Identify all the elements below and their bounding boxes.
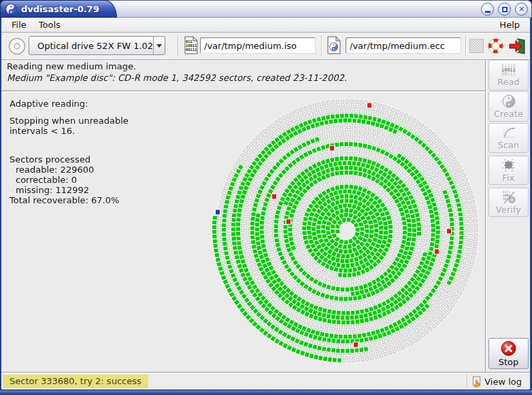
menu-tools[interactable]: Tools	[33, 19, 67, 31]
create-button: Create	[488, 91, 529, 122]
read-button: 01110 10011 00111 Read	[488, 60, 529, 90]
status-line-action: Reading new medium image.	[7, 61, 136, 71]
reading-mode-label: Adaptive reading:	[10, 99, 129, 109]
view-log-button[interactable]: View log	[471, 375, 522, 388]
maximize-icon	[502, 7, 508, 12]
maximize-button[interactable]	[498, 3, 511, 16]
main-area: Reading new medium image. Medium "Exampl…	[1, 60, 530, 372]
window-controls: ✕	[481, 3, 528, 16]
minimize-button[interactable]	[481, 3, 494, 16]
window-title: dvdisaster-0.79	[21, 4, 99, 14]
toolbar: Optical drive 52X FW 1.02 011 10011 0011…	[1, 33, 530, 60]
info-panel: Adaptive reading: Stopping when unreadab…	[10, 99, 129, 205]
create-yinyang-icon	[502, 95, 516, 108]
preferences-icon	[469, 39, 484, 53]
verify-button: 0111 1001 0011 Verify	[488, 188, 529, 217]
sectors-missing: missing: 112992	[10, 185, 129, 195]
toolbar-separator	[465, 35, 467, 56]
scan-curve-icon	[501, 126, 516, 139]
view-log-label: View log	[484, 377, 522, 387]
stop-criterion-line2: intervals < 16.	[10, 126, 129, 136]
close-button[interactable]: ✕	[515, 3, 528, 16]
menu-help[interactable]: Help	[493, 19, 526, 31]
drive-select[interactable]: Optical drive 52X FW 1.02	[29, 36, 165, 55]
stop-label: Stop	[499, 357, 519, 367]
menu-file[interactable]: File	[5, 19, 33, 31]
close-icon: ✕	[518, 5, 525, 13]
statusbar-separator	[467, 374, 468, 388]
view-log-icon	[471, 376, 482, 388]
drive-icon	[8, 37, 26, 55]
header-separator	[1, 90, 485, 92]
status-message: Sector 333680, try 2: success	[3, 375, 148, 388]
chevron-down-icon	[153, 37, 165, 54]
stop-icon	[501, 341, 516, 356]
verify-compare-icon: 0111 1001 0011	[501, 190, 516, 204]
menubar: File Tools Help	[1, 18, 530, 33]
fix-label: Fix	[503, 173, 515, 183]
sectors-correctable: correctable: 0	[10, 175, 129, 185]
app-icon	[5, 3, 17, 15]
title-tab: dvdisaster-0.79	[0, 0, 117, 18]
drive-select-value: Optical drive 52X FW 1.02	[29, 41, 153, 51]
sidebar-separator	[485, 60, 486, 372]
read-icon: 01110 10011 00111	[501, 64, 516, 76]
iso-path-input[interactable]	[200, 37, 316, 54]
iso-file-icon: 011 10011 00111	[184, 36, 199, 55]
stop-criterion-line1: Stopping when unreadable	[10, 116, 129, 126]
fix-puzzle-icon	[501, 158, 516, 172]
status-line-medium: Medium "Example disc": CD-R mode 1, 3425…	[7, 73, 347, 83]
verify-label: Verify	[496, 205, 521, 215]
svg-text:00111: 00111	[186, 48, 197, 52]
ecc-file-icon	[327, 36, 342, 55]
window-border-bottom	[0, 390, 532, 395]
sectors-readable: readable: 229600	[10, 165, 129, 175]
read-label: Read	[497, 77, 520, 87]
window-border-left	[0, 18, 1, 390]
scan-label: Scan	[498, 140, 520, 150]
statusbar: Sector 333680, try 2: success View log	[1, 372, 530, 390]
toolbar-separator	[321, 35, 322, 56]
quit-icon[interactable]	[508, 37, 526, 55]
stop-button[interactable]: Stop	[488, 338, 529, 369]
sectors-title: Sectors processed	[10, 154, 129, 165]
scan-button: Scan	[488, 123, 529, 153]
fix-button: Fix	[488, 156, 529, 185]
help-lifesaver-icon[interactable]	[487, 37, 504, 54]
create-label: Create	[494, 109, 523, 119]
toolbar-separator	[178, 35, 179, 56]
minimize-icon	[485, 11, 491, 13]
ecc-path-input[interactable]	[346, 37, 461, 54]
total-recoverable: Total recoverable: 67.0%	[10, 195, 129, 205]
